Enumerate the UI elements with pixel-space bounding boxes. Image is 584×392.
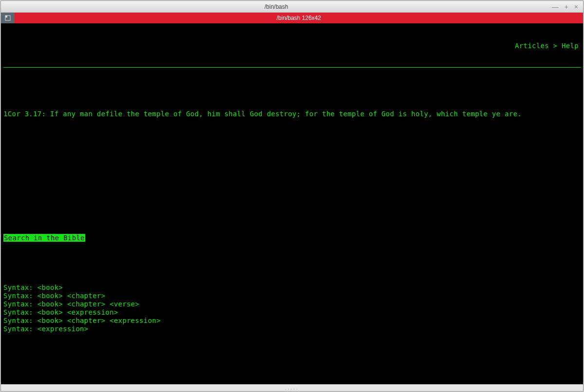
breadcrumb: Articles > Help xyxy=(3,42,581,50)
terminal-icon[interactable] xyxy=(1,13,15,23)
syntax-line: Syntax: <book> <chapter> <verse> xyxy=(3,300,581,308)
tab-bar: /bin/bash 126x42 xyxy=(1,13,583,23)
close-icon[interactable]: × xyxy=(574,3,578,11)
terminal-content[interactable]: Articles > Help 1Cor 3.17: If any man de… xyxy=(1,23,583,384)
verse-text: 1Cor 3.17: If any man defile the temple … xyxy=(3,110,581,118)
syntax-line: Syntax: <book> <chapter> xyxy=(3,292,581,300)
window-titlebar: /bin/bash — + × xyxy=(1,1,583,13)
svg-rect-2 xyxy=(5,16,7,18)
tab-title[interactable]: /bin/bash 126x42 xyxy=(15,13,583,23)
syntax-line: Syntax: <book> <expression> xyxy=(3,308,581,317)
window-title: /bin/bash xyxy=(264,3,288,10)
blank-line xyxy=(3,85,581,93)
terminal-window: /bin/bash — + × /bin/bash 126x42 Article… xyxy=(0,0,584,392)
search-heading: Search in the Bible xyxy=(3,234,581,242)
minimize-icon[interactable]: — xyxy=(552,3,559,11)
divider xyxy=(3,67,581,68)
status-bar: ..... xyxy=(1,384,583,391)
syntax-line: Syntax: <book> xyxy=(3,284,581,292)
syntax-line: Syntax: <expression> xyxy=(3,325,581,333)
syntax-line: Syntax: <book> <chapter> <expression> xyxy=(3,317,581,325)
maximize-icon[interactable]: + xyxy=(565,3,568,11)
